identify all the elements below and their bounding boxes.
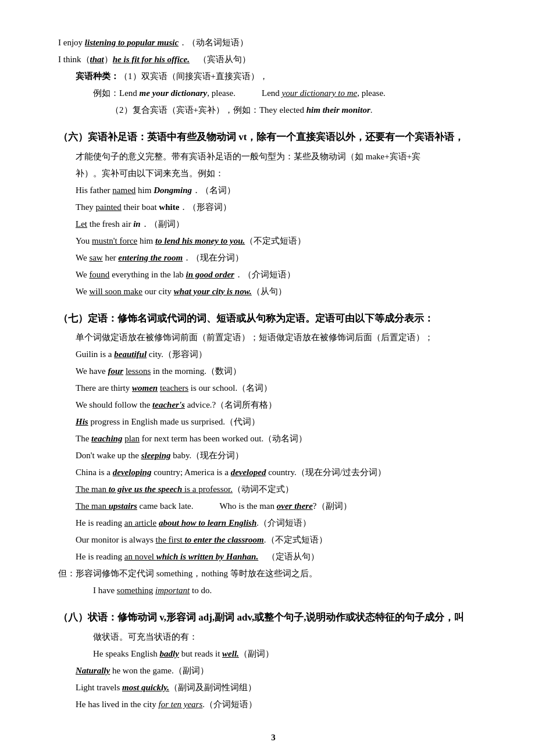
line-lend1: 例如：Lend me your dictionary, please. Lend… bbox=[93, 85, 488, 101]
word-dongming: Dongming bbox=[154, 186, 192, 195]
page-number: 3 bbox=[58, 730, 488, 746]
line-teaching: The teaching plan for next term has been… bbox=[76, 431, 488, 447]
word-let: Let bbox=[76, 219, 87, 229]
line-man-give: The man to give us the speech is a profe… bbox=[76, 482, 488, 497]
section-8-desc: 做状语。可充当状语的有： bbox=[93, 629, 488, 645]
word-upstairs: upstairs bbox=[109, 501, 137, 511]
section-8: （八）状语：修饰动词 v,形容词 adj,副词 adv,或整个句子,说明动作或状… bbox=[58, 609, 488, 712]
word-painted: painted bbox=[96, 202, 122, 212]
word-white: white bbox=[159, 202, 179, 212]
phrase-novel-underline: an novel which is written by Hanhan. bbox=[124, 552, 258, 561]
word-well: well. bbox=[222, 649, 239, 658]
phrase-ten-years: for ten years bbox=[158, 700, 202, 709]
phrase-to-enter: to enter the classroom bbox=[184, 535, 263, 544]
line-binyuzhonglei: 宾语种类：（1）双宾语（间接宾语+直接宾语）， bbox=[76, 69, 488, 84]
word-his: His bbox=[76, 417, 88, 426]
phrase-first-underline: the first to enter the classroom bbox=[155, 535, 263, 544]
line-his-progress: His progress in English made us surprise… bbox=[76, 414, 488, 430]
line-painted: They painted their boat white．（形容词） bbox=[76, 199, 488, 215]
word-that: that bbox=[90, 55, 104, 64]
section-6-desc2: 补）。宾补可由以下词来充当。例如： bbox=[76, 166, 488, 181]
line-article: He is reading an article about how to le… bbox=[76, 515, 488, 531]
section-7: （七）定语：修饰名词或代词的词、短语或从句称为定语。定语可由以下等成分表示： 单… bbox=[58, 310, 488, 599]
word-lessons: lessons bbox=[126, 366, 151, 376]
section-8-title: （八）状语：修饰动词 v,形容词 adj,副词 adv,或整个句子,说明动作或状… bbox=[58, 609, 488, 627]
line-developing: China is a developing country; America i… bbox=[76, 465, 488, 480]
intro-section: I enjoy listening to popular music．（动名词短… bbox=[58, 35, 488, 118]
line-ten-years: He has lived in the city for ten years.（… bbox=[76, 697, 488, 712]
line-lend2: （2）复合宾语（宾语+宾补），例如：They elected him their… bbox=[110, 102, 488, 118]
phrase-lend-money: to lend his money to you. bbox=[155, 236, 245, 245]
phrase-to-give: to give us the speech bbox=[109, 484, 183, 494]
line-enjoy: I enjoy listening to popular music．（动名词短… bbox=[58, 35, 488, 51]
line-monitor: Our monitor is always the first to enter… bbox=[76, 532, 488, 548]
phrase-about-how: about how to learn English bbox=[159, 518, 256, 527]
word-women: women bbox=[132, 383, 158, 393]
phrase-man-give-underline: The man to give us the speech is a profe… bbox=[76, 484, 233, 494]
line-women: There are thirty women teachers is our s… bbox=[76, 380, 488, 396]
phrase-most-quickly: most quickly. bbox=[122, 683, 169, 692]
word-found: found bbox=[89, 270, 109, 279]
page-content: I enjoy listening to popular music．（动名词短… bbox=[58, 35, 488, 746]
text-binyuzhonglei: 宾语种类： bbox=[76, 72, 119, 81]
word-something: something bbox=[117, 586, 154, 595]
line-most-quickly: Light travels most quickly.（副词及副词性词组） bbox=[76, 680, 488, 696]
word-teachers: teachers bbox=[160, 383, 188, 393]
clause-hanhan: which is written by Hanhan. bbox=[156, 552, 258, 561]
section-6-title: （六）宾语补足语：英语中有些及物动词 vt，除有一个直接宾语以外，还要有一个宾语… bbox=[58, 129, 488, 147]
word-mustnt: mustn't force bbox=[92, 236, 137, 245]
line-man-upstairs: The man upstairs came back late. Who is … bbox=[76, 498, 488, 514]
line-will-make: We will soon make our city what your cit… bbox=[76, 284, 488, 299]
word-developing: developing bbox=[113, 468, 152, 477]
line-force: You mustn't force him to lend his money … bbox=[76, 233, 488, 249]
line-saw: We saw her entering the room．（现在分词） bbox=[76, 250, 488, 266]
phrase-will-make: will soon make bbox=[89, 287, 142, 296]
section-7-title: （七）定语：修饰名词或代词的词、短语或从句称为定语。定语可由以下等成分表示： bbox=[58, 310, 488, 328]
phrase-article-underline: an article bbox=[124, 518, 156, 527]
word-teaching: teaching bbox=[91, 434, 122, 443]
line-think: I think（that）he is fit for his office. （… bbox=[58, 52, 488, 67]
section-6: （六）宾语补足语：英语中有些及物动词 vt，除有一个直接宾语以外，还要有一个宾语… bbox=[58, 129, 488, 299]
phrase-lend2: your dictionary to me bbox=[282, 88, 358, 98]
phrase-monitor: him their monitor bbox=[306, 105, 370, 115]
word-badly: badly bbox=[160, 649, 179, 658]
line-let: Let the fresh air in．（副词） bbox=[76, 216, 488, 232]
clause-office: he is fit for his office. bbox=[113, 55, 190, 64]
phrase-entering: entering the room bbox=[118, 253, 183, 262]
line-named: His father named him Dongming．（名词） bbox=[76, 183, 488, 198]
line-sleeping: Don't wake up the sleeping baby.（现在分词） bbox=[76, 448, 488, 463]
word-saw: saw bbox=[89, 253, 102, 262]
phrase-man-upstairs-underline: The man upstairs bbox=[76, 501, 137, 511]
line-found: We found everything in the lab in good o… bbox=[76, 267, 488, 283]
phrase-over-there: over there bbox=[277, 501, 313, 511]
phrase-lend1: me your dictionary bbox=[140, 88, 208, 98]
word-beautiful: beautiful bbox=[114, 350, 147, 359]
word-naturally: Naturally bbox=[76, 666, 110, 675]
phrase-listening: listening to popular music bbox=[85, 38, 179, 47]
line-guilin: Guilin is a beautiful city.（形容词） bbox=[76, 347, 488, 362]
section-7-desc: 单个词做定语放在被修饰词前面（前置定语）；短语做定语放在被修饰词后面（后置定语）… bbox=[76, 330, 488, 345]
line-but: 但：形容词修饰不定代词 something，nothing 等时放在这些词之后。 bbox=[58, 566, 488, 582]
word-developed: developed bbox=[231, 468, 266, 477]
word-sleeping: sleeping bbox=[141, 451, 171, 460]
word-important: important bbox=[155, 586, 190, 595]
word-plan: plan bbox=[124, 434, 140, 443]
word-named: named bbox=[112, 186, 135, 195]
section-6-desc1: 才能使句子的意义完整。带有宾语补足语的一般句型为：某些及物动词（如 make+宾… bbox=[76, 149, 488, 165]
phrase-good-order: in good order bbox=[186, 270, 234, 279]
clause-city: what your city is now. bbox=[174, 287, 252, 296]
line-four: We have four lessons in the morning.（数词） bbox=[76, 363, 488, 379]
line-naturally: Naturally he won the game.（副词） bbox=[76, 663, 488, 679]
line-novel: He is reading an novel which is written … bbox=[76, 549, 488, 565]
word-four: four bbox=[108, 366, 123, 376]
line-badly: He speaks English badly but reads it wel… bbox=[93, 646, 488, 662]
line-something: I have something important to do. bbox=[93, 583, 488, 598]
section-8-bold: 状语 bbox=[88, 612, 108, 623]
word-in: in bbox=[133, 219, 141, 229]
word-teachers-poss: teacher's bbox=[152, 400, 185, 409]
line-teachers: We should follow the teacher's advice.?（… bbox=[76, 397, 488, 413]
